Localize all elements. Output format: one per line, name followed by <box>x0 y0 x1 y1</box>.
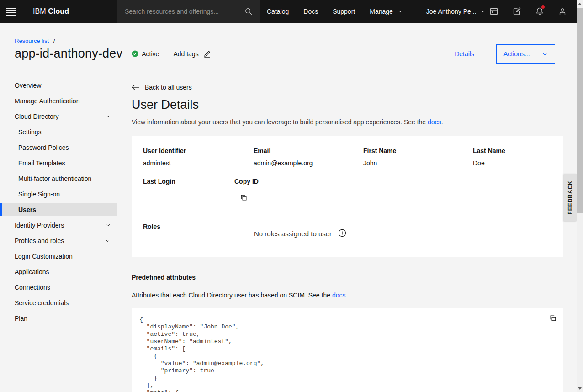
field-label-first-name: First Name <box>363 147 396 154</box>
sidebar-item-label: Cloud Directory <box>15 113 105 120</box>
arrow-left-icon <box>132 84 139 90</box>
search-icon[interactable] <box>238 7 260 16</box>
sidebar-item-manage-authentication[interactable]: Manage Authentication <box>0 95 117 107</box>
copy-json-button[interactable] <box>549 314 557 322</box>
check-circle-icon <box>132 50 138 57</box>
sidebar-item-label: Multi-factor authentication <box>18 175 111 182</box>
back-to-users-link[interactable]: Back to all users <box>132 84 563 91</box>
scim-attributes-card: { "displayName": "John Doe", "active": t… <box>132 308 563 392</box>
section-title: User Details <box>132 98 563 112</box>
global-search <box>117 0 260 23</box>
status-label: Active <box>142 50 159 58</box>
add-tags-button[interactable]: Add tags <box>173 50 211 58</box>
actions-dropdown[interactable]: Actions... <box>496 44 555 64</box>
feedback-label: FEEDBACK <box>567 180 573 215</box>
edit-pencil-icon <box>203 50 211 58</box>
copy-icon <box>240 194 248 201</box>
nav-docs[interactable]: Docs <box>296 0 325 23</box>
sidebar-item-connections[interactable]: Connections <box>0 281 117 294</box>
sidebar-item-profiles-and-roles[interactable]: Profiles and roles <box>0 234 117 247</box>
roles-label: Roles <box>143 223 160 230</box>
page-title: app-id-anthony-dev <box>15 47 122 61</box>
breadcrumb-resource-list[interactable]: Resource list <box>15 37 49 44</box>
chevron-down-icon <box>105 222 111 228</box>
field-label-last-login: Last Login <box>143 178 175 185</box>
sidebar-item-label: Login Customization <box>15 253 111 260</box>
scim-json-code[interactable]: { "displayName": "John Doe", "active": t… <box>139 316 545 392</box>
docs-link[interactable]: docs <box>428 118 441 126</box>
sidebar-item-settings[interactable]: Settings <box>0 126 117 138</box>
breadcrumb-separator: / <box>53 37 55 44</box>
sidebar-item-multi-factor-authentication[interactable]: Multi-factor authentication <box>0 172 117 185</box>
details-link[interactable]: Details <box>455 50 474 58</box>
sidebar-item-email-templates[interactable]: Email Templates <box>0 157 117 170</box>
description-text: View information about your users that y… <box>132 118 428 126</box>
header-icon-group <box>482 0 574 23</box>
feedback-tab[interactable]: FEEDBACK <box>564 174 577 221</box>
add-role-button[interactable] <box>338 229 346 237</box>
actions-label: Actions... <box>504 50 530 58</box>
menu-icon[interactable] <box>0 0 22 23</box>
sidebar-item-overview[interactable]: Overview <box>0 79 117 92</box>
nav-support[interactable]: Support <box>325 0 362 23</box>
scroll-down-arrow[interactable] <box>577 385 583 392</box>
nav-catalog[interactable]: Catalog <box>260 0 296 23</box>
brand-prefix: IBM <box>33 7 48 15</box>
sidebar-item-label: Connections <box>15 284 111 291</box>
field-value-last-name: Doe <box>473 159 485 167</box>
sidebar-item-cloud-directory[interactable]: Cloud Directory <box>0 110 117 123</box>
copy-icon <box>549 314 557 322</box>
sidebar-item-label: Applications <box>15 268 111 275</box>
roles-empty-text: No roles assigned to user <box>254 230 332 238</box>
back-link-label: Back to all users <box>145 84 192 91</box>
notification-dot <box>541 5 545 9</box>
side-navigation: OverviewManage AuthenticationCloud Direc… <box>0 73 117 328</box>
sidebar-item-login-customization[interactable]: Login Customization <box>0 250 117 263</box>
field-label-last-name: Last Name <box>473 147 505 154</box>
sidebar-item-label: Users <box>18 206 111 213</box>
sidebar-item-label: Identity Providers <box>15 222 105 229</box>
sidebar-item-password-polices[interactable]: Password Polices <box>0 141 117 154</box>
breadcrumb: Resource list / <box>15 37 55 44</box>
scroll-up-arrow[interactable] <box>577 0 583 7</box>
docs-link[interactable]: docs <box>332 291 346 299</box>
nav-manage[interactable]: Manage <box>362 0 410 23</box>
sidebar-item-label: Email Templates <box>18 159 111 167</box>
field-label-user-identifier: User Identifier <box>143 147 186 154</box>
attributes-description-period: . <box>345 291 347 299</box>
sidebar-item-label: Single Sign-on <box>18 191 111 198</box>
brand-bold: Cloud <box>48 7 69 15</box>
user-details-card: User Identifier Email First Name Last Na… <box>132 136 563 257</box>
cloud-shell-icon[interactable] <box>482 0 505 23</box>
write-feedback-icon[interactable] <box>505 0 528 23</box>
status-badge: Active <box>132 50 159 58</box>
ibm-cloud-logo[interactable]: IBM Cloud <box>33 7 69 16</box>
sidebar-item-label: Password Polices <box>18 144 111 151</box>
search-input[interactable] <box>117 8 238 15</box>
page-header: Resource list / app-id-anthony-dev Activ… <box>0 23 583 73</box>
sidebar-item-label: Settings <box>18 128 111 136</box>
description-period: . <box>441 118 443 126</box>
sidebar-item-users[interactable]: Users <box>0 203 117 216</box>
main-content: Back to all users User Details View info… <box>132 73 563 392</box>
field-label-email: Email <box>254 147 270 154</box>
chevron-down-icon <box>397 9 403 14</box>
scrollbar-thumb[interactable] <box>577 8 583 213</box>
attributes-description-text: Attributes that each Cloud Directory use… <box>132 291 332 299</box>
field-value-email: admin@example.org <box>254 159 313 167</box>
sidebar-item-identity-providers[interactable]: Identity Providers <box>0 219 117 232</box>
notifications-bell-icon[interactable] <box>528 0 551 23</box>
sidebar-item-service-credentials[interactable]: Service credentials <box>0 297 117 309</box>
sidebar-item-label: Overview <box>15 82 111 89</box>
sidebar-item-single-sign-on[interactable]: Single Sign-on <box>0 188 117 201</box>
sidebar-item-applications[interactable]: Applications <box>0 265 117 278</box>
predefined-attributes-heading: Predefined attributes <box>132 274 563 281</box>
sidebar-item-plan[interactable]: Plan <box>0 312 117 325</box>
add-tags-label: Add tags <box>173 50 198 58</box>
vertical-scrollbar[interactable] <box>577 0 583 392</box>
top-header: IBM Cloud Catalog Docs Support Manage Jo… <box>0 0 583 23</box>
sidebar-item-label: Service credentials <box>15 299 111 307</box>
copy-id-button[interactable] <box>240 194 248 201</box>
user-avatar-icon[interactable] <box>551 0 574 23</box>
manage-label: Manage <box>370 8 393 15</box>
